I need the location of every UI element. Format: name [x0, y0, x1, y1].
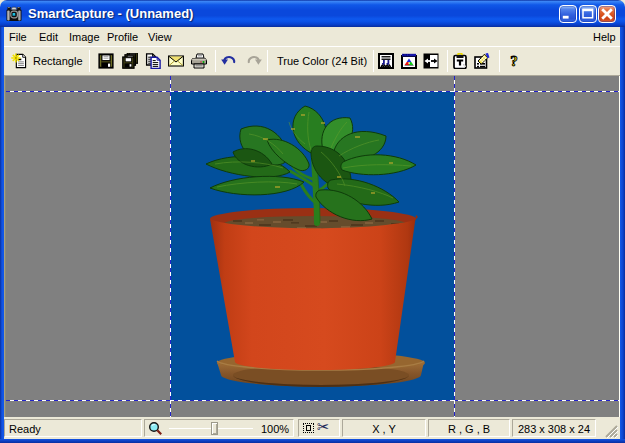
svg-text:?: ?	[510, 53, 518, 69]
